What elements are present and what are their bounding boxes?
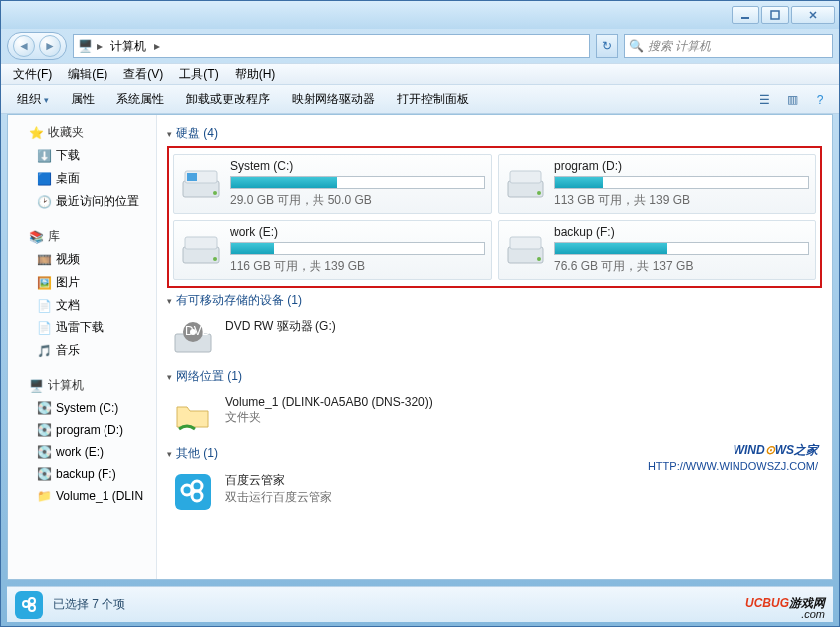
close-button[interactable] <box>791 6 835 24</box>
sidebar-item-volume1[interactable]: 📁Volume_1 (DLIN <box>8 485 156 507</box>
menu-bar: 文件(F) 编辑(E) 查看(V) 工具(T) 帮助(H) <box>1 63 839 85</box>
network-folder-icon <box>171 395 215 435</box>
toolbar-system-properties[interactable]: 系统属性 <box>106 87 174 111</box>
drive-icon <box>505 166 546 202</box>
item-baidu-cloud[interactable]: 百度云管家 双击运行百度云管家 <box>167 466 822 518</box>
toolbar-uninstall[interactable]: 卸载或更改程序 <box>176 87 280 111</box>
sidebar-head-libraries[interactable]: 📚 库 <box>8 225 156 248</box>
sidebar-head-favorites[interactable]: ⭐ 收藏夹 <box>8 121 156 144</box>
baidu-cloud-sub: 双击运行百度云管家 <box>225 489 332 506</box>
sidebar-item-drive-c[interactable]: 💽System (C:) <box>8 397 156 419</box>
view-options-button[interactable]: ☰ <box>751 89 777 110</box>
svg-rect-7 <box>510 171 541 183</box>
drive-icon <box>180 232 222 268</box>
download-icon: ⬇️ <box>36 148 52 164</box>
maximize-button[interactable] <box>761 6 789 24</box>
minimize-button[interactable] <box>732 6 759 24</box>
nav-row: ◄ ► 🖥️ ▸ 计算机 ▸ ↻ 🔍 搜索 计算机 <box>1 29 839 63</box>
svg-point-8 <box>537 191 541 195</box>
document-icon: 📄 <box>36 298 52 314</box>
cloud-app-icon <box>171 472 215 512</box>
menu-tools[interactable]: 工具(T) <box>171 66 226 83</box>
refresh-button[interactable]: ↻ <box>596 34 618 58</box>
nav-back-forward: ◄ ► <box>7 32 67 60</box>
menu-file[interactable]: 文件(F) <box>5 66 60 83</box>
toolbar-map-drive[interactable]: 映射网络驱动器 <box>282 87 385 111</box>
sidebar-item-drive-e[interactable]: 💽work (E:) <box>8 441 156 463</box>
drive-usage-bar <box>554 176 809 189</box>
svg-rect-1 <box>771 11 779 19</box>
preview-pane-button[interactable]: ▥ <box>779 89 805 110</box>
chevron-right-icon: ▸ <box>97 39 103 53</box>
sidebar-head-computer[interactable]: 🖥️ 计算机 <box>8 374 156 397</box>
picture-icon: 🖼️ <box>36 275 52 291</box>
menu-view[interactable]: 查看(V) <box>115 66 171 83</box>
svg-rect-0 <box>741 17 749 19</box>
status-text: 已选择 7 个项 <box>53 596 125 613</box>
chevron-right-icon: ▸ <box>154 39 160 53</box>
drive-tile[interactable]: program (D:)113 GB 可用，共 139 GB <box>498 154 816 214</box>
dvd-label: DVD RW 驱动器 (G:) <box>225 318 336 335</box>
forward-button[interactable]: ► <box>39 35 61 57</box>
sidebar-group-favorites: ⭐ 收藏夹 ⬇️下载 🟦桌面 🕑最近访问的位置 <box>8 121 156 213</box>
sidebar-item-pictures[interactable]: 🖼️图片 <box>8 271 156 294</box>
back-button[interactable]: ◄ <box>13 35 35 57</box>
hdd-grid: System (C:)29.0 GB 可用，共 50.0 GBprogram (… <box>167 146 822 288</box>
drive-usage-bar <box>554 242 809 255</box>
svg-point-25 <box>29 605 35 611</box>
network-drive-icon: 📁 <box>36 488 52 504</box>
menu-edit[interactable]: 编辑(E) <box>60 66 115 83</box>
body: ⭐ 收藏夹 ⬇️下载 🟦桌面 🕑最近访问的位置 📚 库 🎞️视频 🖼️图片 📄文… <box>7 114 833 580</box>
explorer-window: ◄ ► 🖥️ ▸ 计算机 ▸ ↻ 🔍 搜索 计算机 文件(F) 编辑(E) 查看… <box>0 0 840 627</box>
watermark-ucbug: UCBUG游戏网 .com <box>745 589 825 620</box>
section-removable[interactable]: ▾ 有可移动存储的设备 (1) <box>167 288 822 313</box>
toolbar-organize[interactable]: 组织 <box>7 87 59 111</box>
sidebar-item-documents[interactable]: 📄文档 <box>8 294 156 316</box>
breadcrumb-computer[interactable]: 计算机 <box>106 38 150 55</box>
library-icon: 📚 <box>28 229 44 245</box>
drive-icon: 💽 <box>36 466 52 482</box>
sidebar: ⭐ 收藏夹 ⬇️下载 🟦桌面 🕑最近访问的位置 📚 库 🎞️视频 🖼️图片 📄文… <box>8 115 157 579</box>
drive-name: backup (F:) <box>554 225 809 239</box>
network-folder-sub: 文件夹 <box>225 409 433 426</box>
section-other[interactable]: ▾ 其他 (1) <box>167 441 822 466</box>
drive-tile[interactable]: work (E:)116 GB 可用，共 139 GB <box>173 220 492 280</box>
search-input[interactable]: 🔍 搜索 计算机 <box>624 34 833 58</box>
titlebar <box>1 1 839 29</box>
chevron-down-icon: ▾ <box>167 129 172 139</box>
sidebar-item-recent[interactable]: 🕑最近访问的位置 <box>8 190 156 213</box>
drive-tile[interactable]: backup (F:)76.6 GB 可用，共 137 GB <box>498 220 816 280</box>
sidebar-group-libraries: 📚 库 🎞️视频 🖼️图片 📄文档 📄迅雷下载 🎵音乐 <box>8 225 156 362</box>
item-dvd[interactable]: DVD DVD RW 驱动器 (G:) <box>167 313 822 364</box>
dvd-icon: DVD <box>171 318 215 358</box>
search-icon: 🔍 <box>629 39 644 53</box>
sidebar-item-desktop[interactable]: 🟦桌面 <box>8 167 156 190</box>
chevron-down-icon: ▾ <box>167 449 172 459</box>
sidebar-item-music[interactable]: 🎵音乐 <box>8 339 156 362</box>
svg-point-11 <box>213 257 217 261</box>
drive-usage-bar <box>230 176 485 189</box>
toolbar-properties[interactable]: 属性 <box>61 87 105 111</box>
main-panel: ▾ 硬盘 (4) System (C:)29.0 GB 可用，共 50.0 GB… <box>157 115 832 579</box>
drive-usage-bar <box>230 242 485 255</box>
drive-stats: 113 GB 可用，共 139 GB <box>554 192 809 209</box>
drive-tile[interactable]: System (C:)29.0 GB 可用，共 50.0 GB <box>173 154 492 214</box>
status-bar: 已选择 7 个项 UCBUG游戏网 .com <box>7 586 833 622</box>
toolbar-control-panel[interactable]: 打开控制面板 <box>387 87 479 111</box>
section-network[interactable]: ▾ 网络位置 (1) <box>167 364 822 389</box>
sidebar-item-drive-f[interactable]: 💽backup (F:) <box>8 463 156 485</box>
sidebar-item-drive-d[interactable]: 💽program (D:) <box>8 419 156 441</box>
address-bar[interactable]: 🖥️ ▸ 计算机 ▸ <box>73 34 590 58</box>
drive-icon: 💽 <box>36 422 52 438</box>
drive-icon <box>180 166 222 202</box>
svg-rect-10 <box>185 237 217 249</box>
item-network-folder[interactable]: Volume_1 (DLINK-0A5AB0 (DNS-320)) 文件夹 <box>167 389 822 441</box>
sidebar-group-computer: 🖥️ 计算机 💽System (C:) 💽program (D:) 💽work … <box>8 374 156 507</box>
help-button[interactable]: ? <box>807 89 833 110</box>
sidebar-item-videos[interactable]: 🎞️视频 <box>8 248 156 271</box>
menu-help[interactable]: 帮助(H) <box>227 66 284 83</box>
sidebar-item-downloads[interactable]: ⬇️下载 <box>8 144 156 167</box>
music-icon: 🎵 <box>36 343 52 359</box>
sidebar-item-xunlei[interactable]: 📄迅雷下载 <box>8 316 156 339</box>
section-hdd[interactable]: ▾ 硬盘 (4) <box>167 121 822 146</box>
